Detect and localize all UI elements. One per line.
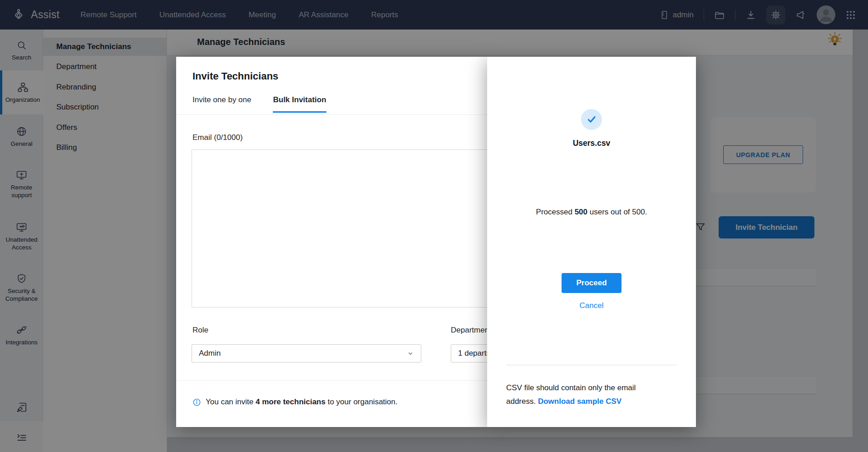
divider <box>506 365 677 365</box>
invite-quota-note: You can invite 4 more technicians to you… <box>192 397 398 407</box>
email-count-label: Email (0/1000) <box>192 133 243 142</box>
app-screen: Assist Remote Support Unattended Access … <box>0 0 868 452</box>
success-check-icon <box>581 109 602 130</box>
proceed-button[interactable]: Proceed <box>562 273 621 293</box>
email-bulk-input[interactable] <box>192 149 487 308</box>
cancel-link[interactable]: Cancel <box>487 301 696 310</box>
department-label: Department <box>451 326 487 335</box>
tab-bulk-invitation[interactable]: Bulk Invitation <box>273 95 326 113</box>
role-select-value: Admin <box>199 349 221 358</box>
tab-invite-one-by-one[interactable]: Invite one by one <box>192 95 251 113</box>
role-label: Role <box>192 326 208 335</box>
modal-title: Invite Technicians <box>192 70 278 82</box>
csv-upload-panel: Users.csv Processed 500 users out of 500… <box>487 57 696 427</box>
uploaded-file-name: Users.csv <box>487 139 696 148</box>
processed-status-text: Processed 500 users out of 500. <box>487 208 696 217</box>
info-icon <box>192 398 201 407</box>
csv-note: CSV file should contain only the email a… <box>506 381 667 408</box>
modal-tabs: Invite one by one Bulk Invitation <box>192 95 326 113</box>
department-select[interactable]: 1 department <box>451 344 487 363</box>
divider <box>176 380 487 381</box>
download-sample-csv-link[interactable]: Download sample CSV <box>538 397 621 406</box>
role-select[interactable]: Admin <box>192 344 421 363</box>
invite-quota-text: You can invite 4 more technicians to you… <box>206 397 398 407</box>
invite-technicians-modal: Invite Technicians Invite one by one Bul… <box>176 57 487 427</box>
chevron-down-icon <box>407 350 414 357</box>
divider <box>176 114 487 115</box>
department-select-value: 1 department <box>458 349 487 358</box>
